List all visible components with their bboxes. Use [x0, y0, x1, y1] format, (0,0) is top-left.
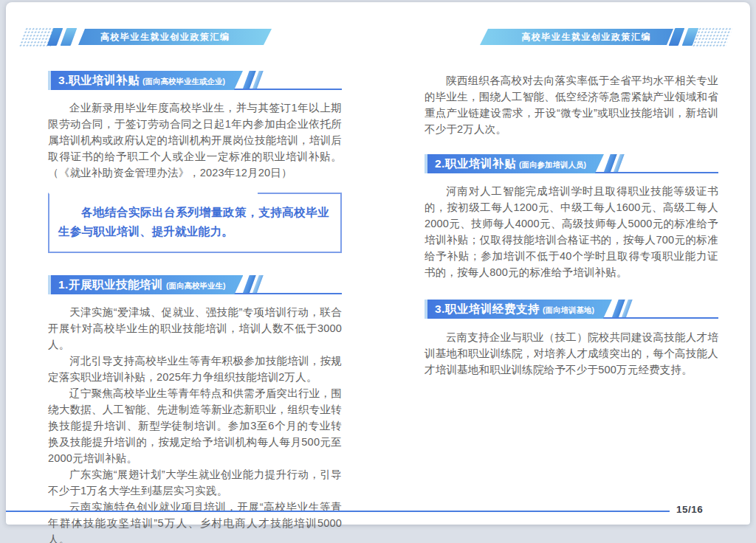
- page-number: 15/16: [676, 504, 703, 515]
- section-badge: 1.开展职业技能培训 (面向高校毕业生): [48, 275, 243, 294]
- paragraph-tianjin: 天津实施“爱津城、促就业、强技能”专项培训行动，联合开展针对高校毕业生的职业技能…: [48, 304, 342, 353]
- section-scope: (面向参加培训人员): [519, 160, 586, 170]
- paragraph-guangdong: 广东实施“展翅计划”大学生就业创业能力提升行动，引导不少于1万名大学生到基层实习…: [48, 466, 342, 499]
- section-title: 1.开展职业技能培训: [58, 277, 163, 293]
- section-badge: 2.职业培训补贴 (面向参加培训人员): [425, 154, 604, 173]
- header-banner: 高校毕业生就业创业政策汇编: [480, 29, 673, 45]
- left-column: 3.职业培训补贴 (面向高校毕业生或企业) 企业新录用毕业年度高校毕业生，并与其…: [48, 71, 342, 543]
- header-banner-title: 高校毕业生就业创业政策汇编: [522, 32, 652, 42]
- section-badge: 3.职业培训补贴 (面向高校毕业生或企业): [48, 71, 243, 90]
- right-column: 陕西组织各高校对去向落实率低于全省平均水平相关专业的毕业生，围绕人工智能、低空经…: [425, 72, 718, 378]
- document-page: 高校毕业生就业创业政策汇编 高校毕业生就业创业政策汇编 3.职业培训补贴 (面向…: [6, 2, 750, 525]
- hatch-pattern-decoration: [692, 27, 732, 46]
- header-banner: 高校毕业生就业创业政策汇编: [78, 29, 272, 45]
- section-title: 3.职业培训补贴: [58, 73, 140, 89]
- section-title: 3.职业培训经费支持: [435, 302, 540, 317]
- section-scope: (面向高校毕业生或企业): [142, 77, 225, 87]
- header-banner-title: 高校毕业生就业创业政策汇编: [100, 32, 230, 42]
- section-badge: 3.职业培训经费支持 (面向培训基地): [425, 300, 612, 319]
- section-scope: (面向高校毕业生): [166, 281, 226, 291]
- paragraph-hebei: 河北引导支持高校毕业生等青年积极参加技能培训，按规定落实职业培训补贴，2025年…: [48, 353, 342, 385]
- section-heading-subsidy-right: 2.职业培训补贴 (面向参加培训人员): [425, 154, 718, 173]
- page-header-right: 高校毕业生就业创业政策汇编: [480, 27, 729, 46]
- paragraph-enterprise-subsidy: 企业新录用毕业年度高校毕业生，并与其签订1年以上期限劳动合同，于签订劳动合同之日…: [48, 100, 342, 181]
- page-header-left: 高校毕业生就业创业政策汇编: [22, 27, 272, 46]
- paragraph-yunnan-left: 云南实施特色创业就业项目培训，开展“高校毕业生等青年群体技能攻坚培训”5万人、乡…: [48, 499, 342, 543]
- highlight-box-top-border: [258, 193, 342, 194]
- section-heading-funding: 3.职业培训经费支持 (面向培训基地): [425, 300, 718, 319]
- banner-chip-decoration: [61, 28, 78, 46]
- highlight-box: 各地结合实际出台系列增量政策，支持高校毕业生参与职业培训、提升就业能力。: [48, 193, 342, 253]
- paragraph-liaoning: 辽宁聚焦高校毕业生等青年特点和供需矛盾突出行业，围绕大数据、人工智能、先进制造等…: [48, 385, 342, 466]
- section-scope: (面向培训基地): [543, 305, 594, 316]
- paragraph-yunnan-right: 云南支持企业与职业（技工）院校共同建设高技能人才培训基地和职业训练院，对培养人才…: [425, 329, 718, 378]
- paragraph-shaanxi: 陕西组织各高校对去向落实率低于全省平均水平相关专业的毕业生，围绕人工智能、低空经…: [425, 72, 718, 137]
- section-title: 2.职业培训补贴: [435, 156, 516, 172]
- section-heading-skill-training: 1.开展职业技能培训 (面向高校毕业生): [48, 275, 342, 294]
- footer-divider-line: [6, 511, 670, 512]
- highlight-text: 各地结合实际出台系列增量政策，支持高校毕业生参与职业培训、提升就业能力。: [58, 203, 329, 241]
- section-heading-subsidy-left: 3.职业培训补贴 (面向高校毕业生或企业): [48, 71, 342, 90]
- paragraph-henan: 河南对人工智能完成培训学时且取得职业技能等级证书的，按初级工每人1200元、中级…: [425, 183, 718, 280]
